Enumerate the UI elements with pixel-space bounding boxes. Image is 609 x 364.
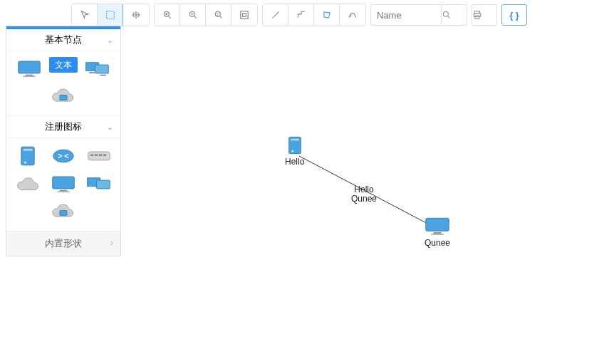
palette-item-switch[interactable] xyxy=(83,144,115,168)
monitor-icon xyxy=(425,217,450,236)
pan-tool[interactable] xyxy=(123,4,149,26)
curve-tool[interactable] xyxy=(340,4,365,26)
svg-rect-12 xyxy=(26,75,33,76)
palette-item-monitor-2[interactable] xyxy=(48,172,79,197)
dual-monitor-icon xyxy=(87,175,111,194)
panel-header-builtin-shapes[interactable]: 内置形状 › xyxy=(6,232,120,256)
zoom-out-button[interactable] xyxy=(180,4,206,26)
svg-rect-15 xyxy=(95,65,109,73)
svg-rect-20 xyxy=(24,149,33,151)
svg-rect-13 xyxy=(24,76,36,77)
search-input[interactable] xyxy=(370,4,442,26)
chevron-down-icon: ⌄ xyxy=(107,123,113,132)
line-icon xyxy=(271,10,281,20)
panel-header-basic-nodes[interactable]: 基本节点 ⌄ xyxy=(6,29,120,51)
palette-item-server[interactable] xyxy=(12,144,43,168)
svg-rect-26 xyxy=(99,154,102,156)
svg-rect-28 xyxy=(53,177,75,189)
text-chip-label: 文本 xyxy=(55,59,72,71)
svg-rect-36 xyxy=(291,139,299,141)
fit-screen-icon xyxy=(239,10,249,20)
node-hello[interactable]: Hello xyxy=(285,135,304,167)
palette-item-cloud-monitor-2[interactable] xyxy=(48,201,79,225)
svg-point-21 xyxy=(24,162,26,164)
zoom-out-icon xyxy=(188,10,198,20)
zoom-group: 1 xyxy=(154,4,258,26)
chevron-down-icon: ⌄ xyxy=(107,36,113,45)
palette-item-monitor[interactable] xyxy=(14,57,45,81)
palette-item-router[interactable] xyxy=(48,144,79,168)
pointer-icon xyxy=(80,10,90,20)
svg-rect-33 xyxy=(60,211,67,216)
svg-rect-6 xyxy=(243,14,246,17)
svg-point-22 xyxy=(53,150,73,162)
search-icon xyxy=(442,10,452,20)
palette-item-dual-monitor-2[interactable] xyxy=(83,172,115,197)
svg-rect-32 xyxy=(97,180,110,189)
svg-point-7 xyxy=(443,11,448,16)
svg-rect-39 xyxy=(434,232,442,234)
zoom-reset-button[interactable]: 1 xyxy=(206,4,231,26)
search-button[interactable] xyxy=(442,4,467,26)
marquee-tool[interactable] xyxy=(98,4,123,26)
panel-title: 注册图标 xyxy=(45,120,82,133)
svg-rect-16 xyxy=(89,72,95,73)
node-label: Hello xyxy=(285,157,304,167)
svg-rect-17 xyxy=(100,75,106,76)
server-icon xyxy=(20,145,36,167)
panel-body-registered-icons xyxy=(6,138,120,232)
palette-item-cloud-monitor[interactable] xyxy=(48,85,79,110)
svg-rect-27 xyxy=(103,154,106,156)
svg-rect-29 xyxy=(60,190,67,192)
palette-item-cloud[interactable] xyxy=(12,172,43,197)
svg-rect-30 xyxy=(58,191,70,192)
zoom-reset-icon: 1 xyxy=(214,10,224,20)
svg-rect-40 xyxy=(431,234,444,235)
palette-item-text[interactable]: 文本 xyxy=(49,57,78,73)
monitor-icon xyxy=(17,60,41,78)
mode-group xyxy=(71,4,150,26)
svg-point-37 xyxy=(291,150,293,152)
zoom-in-icon xyxy=(162,10,172,20)
svg-rect-24 xyxy=(90,154,93,156)
node-label: Qunee xyxy=(425,238,450,248)
server-icon xyxy=(288,135,302,155)
node-qunee[interactable]: Qunee xyxy=(425,217,450,248)
json-icon: { } xyxy=(509,10,519,21)
print-button[interactable] xyxy=(472,4,497,26)
edge-label-line2: Qunee xyxy=(351,194,377,204)
polyline-tool[interactable] xyxy=(288,4,314,26)
sidebar: 基本节点 ⌄ 文本 注册图标 ⌄ xyxy=(6,26,121,256)
panel-title: 基本节点 xyxy=(45,33,82,46)
pointer-tool[interactable] xyxy=(72,4,98,26)
draw-group xyxy=(262,4,366,26)
polygon-tool[interactable] xyxy=(314,4,340,26)
zoom-in-button[interactable] xyxy=(155,4,180,26)
panel-header-registered-icons[interactable]: 注册图标 ⌄ xyxy=(6,116,120,138)
polyline-icon xyxy=(296,10,306,20)
marquee-icon xyxy=(105,10,115,20)
fit-screen-button[interactable] xyxy=(231,4,257,26)
cloud-monitor-icon xyxy=(51,88,76,108)
line-tool[interactable] xyxy=(263,4,288,26)
print-icon xyxy=(472,10,482,20)
switch-icon xyxy=(87,149,111,163)
curve-icon xyxy=(348,10,358,20)
polygon-icon xyxy=(322,10,332,20)
search-group xyxy=(370,4,467,26)
router-icon xyxy=(52,147,75,165)
edge-label: Hello Qunee xyxy=(351,185,377,204)
svg-rect-18 xyxy=(60,95,67,100)
panel-title: 内置形状 xyxy=(45,238,82,249)
svg-rect-5 xyxy=(241,11,249,19)
svg-rect-0 xyxy=(106,11,114,19)
monitor-icon xyxy=(51,175,76,194)
json-button[interactable]: { } xyxy=(501,4,527,26)
canvas[interactable]: Hello Qunee Hello Qunee xyxy=(127,30,609,364)
chevron-right-icon: › xyxy=(110,237,113,248)
cloud-monitor-icon xyxy=(51,203,76,223)
palette-item-dual-monitor[interactable] xyxy=(82,57,113,81)
svg-rect-25 xyxy=(95,154,98,156)
svg-text:1: 1 xyxy=(217,13,219,16)
cloud-icon xyxy=(16,176,40,193)
